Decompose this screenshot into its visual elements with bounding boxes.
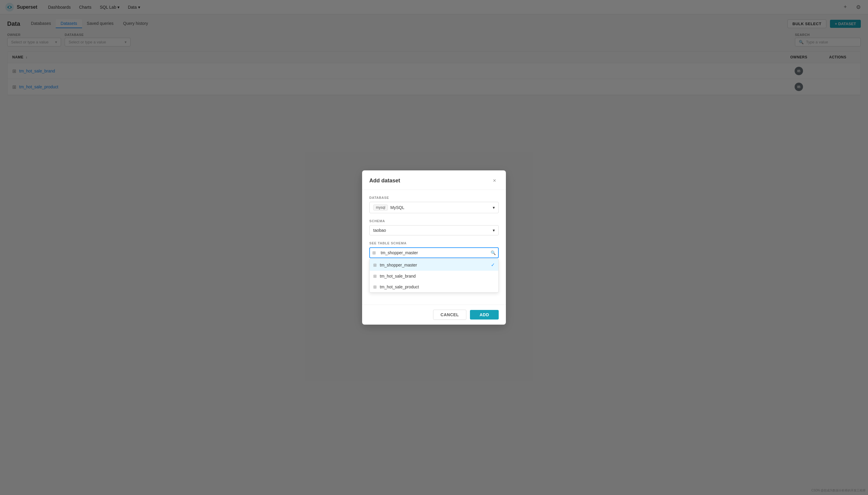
dropdown-item-icon-1: ⊞: [373, 274, 377, 278]
cancel-button[interactable]: CANCEL: [433, 310, 466, 320]
database-form-select[interactable]: mysql MySQL ▾: [369, 202, 499, 213]
database-form-group: DATABASE mysql MySQL ▾: [369, 196, 499, 213]
add-button[interactable]: ADD: [470, 310, 499, 320]
database-select-arrow: ▾: [493, 205, 495, 210]
table-search-input[interactable]: [369, 248, 499, 258]
dropdown-item-1[interactable]: ⊞ tm_hot_sale_brand: [370, 271, 498, 281]
table-schema-form-group: SEE TABLE SCHEMA ⊞ 🔍 ⊞ tm_shopper_master…: [369, 241, 499, 293]
modal-header: Add dataset ×: [362, 170, 506, 190]
dropdown-item-2[interactable]: ⊞ tm_hot_sale_product: [370, 281, 498, 292]
dropdown-item-label-1: tm_hot_sale_brand: [380, 274, 416, 278]
table-dropdown-list: ⊞ tm_shopper_master ✓ ⊞ tm_hot_sale_bran…: [369, 259, 499, 293]
database-tag: mysql: [373, 205, 388, 210]
dropdown-item-label-0: tm_shopper_master: [380, 262, 417, 268]
dropdown-item-icon-2: ⊞: [373, 285, 377, 289]
search-magnifier-icon: 🔍: [491, 250, 496, 255]
table-grid-search-icon: ⊞: [372, 250, 376, 255]
dropdown-item-0[interactable]: ⊞ tm_shopper_master ✓: [370, 259, 498, 271]
database-select-value: mysql MySQL: [373, 205, 493, 210]
modal-close-button[interactable]: ×: [490, 176, 499, 185]
schema-form-group: SCHEMA taobao ▾: [369, 219, 499, 235]
schema-value-text: taobao: [373, 228, 386, 233]
modal-footer: CANCEL ADD: [362, 305, 506, 325]
schema-select-arrow: ▾: [493, 228, 495, 233]
table-search-wrapper: ⊞ 🔍: [369, 248, 499, 258]
modal-body: DATABASE mysql MySQL ▾ SCHEMA taobao ▾: [362, 190, 506, 305]
dropdown-item-icon-0: ⊞: [373, 262, 377, 268]
schema-form-label: SCHEMA: [369, 219, 499, 223]
modal-overlay[interactable]: Add dataset × DATABASE mysql MySQL ▾ SCH…: [0, 0, 868, 495]
check-icon-0: ✓: [491, 262, 495, 268]
dropdown-item-label-2: tm_hot_sale_product: [380, 285, 419, 289]
database-form-label: DATABASE: [369, 196, 499, 200]
schema-form-select[interactable]: taobao ▾: [369, 225, 499, 235]
table-schema-form-label: SEE TABLE SCHEMA: [369, 241, 499, 245]
database-value-text: MySQL: [390, 205, 404, 210]
modal-title: Add dataset: [369, 177, 400, 184]
add-dataset-modal: Add dataset × DATABASE mysql MySQL ▾ SCH…: [362, 170, 506, 325]
